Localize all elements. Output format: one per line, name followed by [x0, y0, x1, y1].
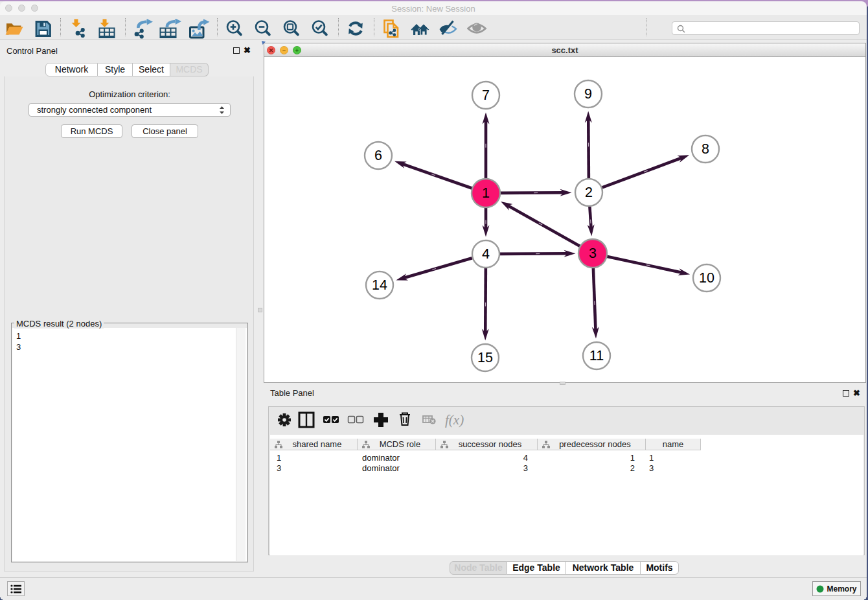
- svg-text:2: 2: [585, 185, 593, 200]
- svg-text:15: 15: [477, 350, 493, 365]
- svg-text:7: 7: [482, 87, 490, 103]
- svg-text:9: 9: [584, 86, 592, 102]
- svg-text:6: 6: [374, 148, 382, 163]
- svg-text:3: 3: [589, 246, 597, 261]
- svg-text:8: 8: [702, 141, 709, 157]
- svg-text:4: 4: [482, 246, 490, 262]
- svg-text:14: 14: [372, 277, 387, 293]
- svg-text:10: 10: [699, 270, 714, 286]
- svg-text:1: 1: [482, 185, 490, 201]
- svg-text:11: 11: [589, 348, 604, 363]
- svg-text:f(x): f(x): [445, 412, 464, 428]
